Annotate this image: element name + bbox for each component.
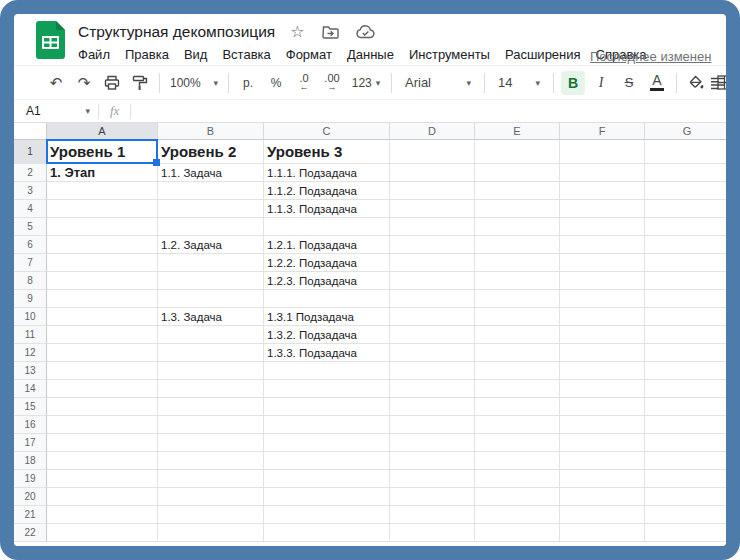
cell-D18[interactable] xyxy=(390,452,475,470)
cell-D20[interactable] xyxy=(390,488,475,506)
print-button[interactable] xyxy=(100,71,124,95)
row-header-22[interactable]: 22 xyxy=(14,524,47,542)
star-icon[interactable]: ☆ xyxy=(290,24,304,40)
column-header-B[interactable]: B xyxy=(158,123,264,140)
row-header-7[interactable]: 7 xyxy=(14,254,47,272)
cell-A7[interactable] xyxy=(47,254,158,272)
cell-A17[interactable] xyxy=(47,434,158,452)
zoom-select[interactable]: 100% ▾ xyxy=(167,71,221,95)
cell-E1[interactable] xyxy=(475,140,560,164)
cell-F4[interactable] xyxy=(560,200,645,218)
cell-D3[interactable] xyxy=(390,182,475,200)
row-header-12[interactable]: 12 xyxy=(14,344,47,362)
cell-G12[interactable] xyxy=(645,344,726,362)
menu-extensions[interactable]: Расширения xyxy=(505,47,581,62)
cell-C14[interactable] xyxy=(264,380,390,398)
cell-B12[interactable] xyxy=(158,344,264,362)
row-header-6[interactable]: 6 xyxy=(14,236,47,254)
cell-C3[interactable]: 1.1.2. Подзадача xyxy=(264,182,390,200)
menu-insert[interactable]: Вставка xyxy=(222,47,270,62)
row-header-16[interactable]: 16 xyxy=(14,416,47,434)
cell-B13[interactable] xyxy=(158,362,264,380)
cell-C1[interactable]: Уровень 3 xyxy=(264,140,390,164)
cell-D10[interactable] xyxy=(390,308,475,326)
cell-F11[interactable] xyxy=(560,326,645,344)
row-header-9[interactable]: 9 xyxy=(14,290,47,308)
cell-G1[interactable] xyxy=(645,140,726,164)
cell-B14[interactable] xyxy=(158,380,264,398)
cell-D8[interactable] xyxy=(390,272,475,290)
cell-G9[interactable] xyxy=(645,290,726,308)
menu-edit[interactable]: Правка xyxy=(125,47,169,62)
cell-F1[interactable] xyxy=(560,140,645,164)
cell-G7[interactable] xyxy=(645,254,726,272)
cell-D17[interactable] xyxy=(390,434,475,452)
cell-B11[interactable] xyxy=(158,326,264,344)
redo-button[interactable]: ↷ xyxy=(72,71,96,95)
cell-E3[interactable] xyxy=(475,182,560,200)
cell-A21[interactable] xyxy=(47,506,158,524)
cell-G11[interactable] xyxy=(645,326,726,344)
cell-F20[interactable] xyxy=(560,488,645,506)
cell-D9[interactable] xyxy=(390,290,475,308)
cell-F7[interactable] xyxy=(560,254,645,272)
cell-C8[interactable]: 1.2.3. Подзадача xyxy=(264,272,390,290)
cell-E21[interactable] xyxy=(475,506,560,524)
row-header-4[interactable]: 4 xyxy=(14,200,47,218)
cell-D15[interactable] xyxy=(390,398,475,416)
cell-F2[interactable] xyxy=(560,164,645,182)
row-header-1[interactable]: 1 xyxy=(14,140,47,164)
percent-format-button[interactable]: % xyxy=(264,71,288,95)
cell-G18[interactable] xyxy=(645,452,726,470)
cell-D13[interactable] xyxy=(390,362,475,380)
cell-A3[interactable] xyxy=(47,182,158,200)
row-header-3[interactable]: 3 xyxy=(14,182,47,200)
cell-E6[interactable] xyxy=(475,236,560,254)
cell-E11[interactable] xyxy=(475,326,560,344)
font-size-select[interactable]: 14 ▾ xyxy=(492,71,546,95)
cell-D1[interactable] xyxy=(390,140,475,164)
cell-E10[interactable] xyxy=(475,308,560,326)
cell-B21[interactable] xyxy=(158,506,264,524)
row-header-8[interactable]: 8 xyxy=(14,272,47,290)
cell-D6[interactable] xyxy=(390,236,475,254)
cell-B2[interactable]: 1.1. Задача xyxy=(158,164,264,182)
cell-E14[interactable] xyxy=(475,380,560,398)
cell-F14[interactable] xyxy=(560,380,645,398)
row-header-19[interactable]: 19 xyxy=(14,470,47,488)
cell-C7[interactable]: 1.2.2. Подзадача xyxy=(264,254,390,272)
cell-B6[interactable]: 1.2. Задача xyxy=(158,236,264,254)
column-header-C[interactable]: C xyxy=(264,123,390,140)
cell-A11[interactable] xyxy=(47,326,158,344)
cell-A4[interactable] xyxy=(47,200,158,218)
cell-A20[interactable] xyxy=(47,488,158,506)
cell-E15[interactable] xyxy=(475,398,560,416)
cell-F13[interactable] xyxy=(560,362,645,380)
cell-C13[interactable] xyxy=(264,362,390,380)
cell-G5[interactable] xyxy=(645,218,726,236)
cell-G8[interactable] xyxy=(645,272,726,290)
name-box[interactable]: A1 ▾ xyxy=(14,104,98,118)
cell-B15[interactable] xyxy=(158,398,264,416)
cell-C19[interactable] xyxy=(264,470,390,488)
cell-E8[interactable] xyxy=(475,272,560,290)
cell-C17[interactable] xyxy=(264,434,390,452)
cell-E20[interactable] xyxy=(475,488,560,506)
cell-E17[interactable] xyxy=(475,434,560,452)
cell-F8[interactable] xyxy=(560,272,645,290)
bold-button[interactable]: B xyxy=(561,71,585,95)
cell-F21[interactable] xyxy=(560,506,645,524)
row-header-2[interactable]: 2 xyxy=(14,164,47,182)
cell-G13[interactable] xyxy=(645,362,726,380)
cell-G3[interactable] xyxy=(645,182,726,200)
cell-F3[interactable] xyxy=(560,182,645,200)
row-header-10[interactable]: 10 xyxy=(14,308,47,326)
cell-F17[interactable] xyxy=(560,434,645,452)
select-all-corner[interactable] xyxy=(14,123,47,140)
paint-format-button[interactable] xyxy=(128,71,152,95)
cell-G15[interactable] xyxy=(645,398,726,416)
cell-C6[interactable]: 1.2.1. Подзадача xyxy=(264,236,390,254)
cell-G21[interactable] xyxy=(645,506,726,524)
cell-B5[interactable] xyxy=(158,218,264,236)
cell-B9[interactable] xyxy=(158,290,264,308)
